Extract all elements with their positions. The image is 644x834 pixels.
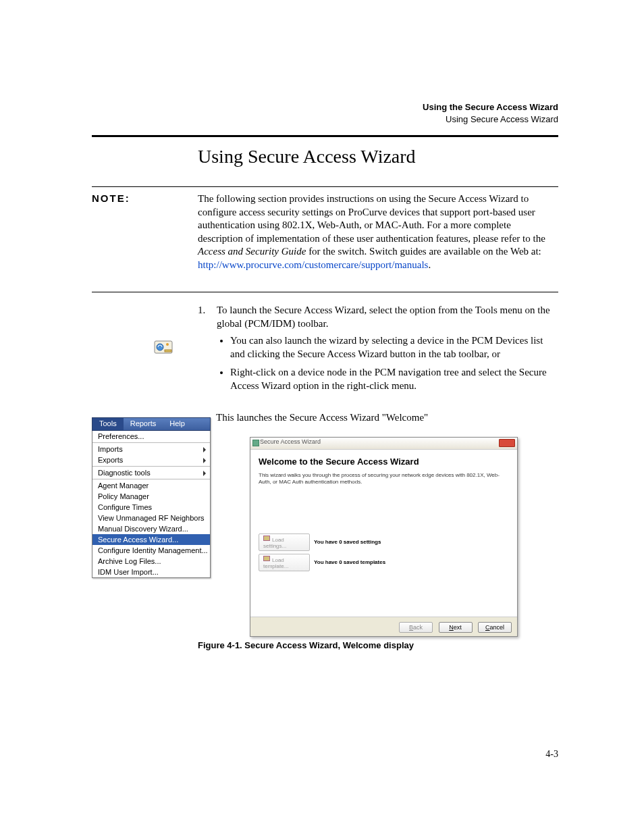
rule-note-bottom bbox=[92, 292, 558, 292]
menu-item[interactable]: Policy Manager bbox=[92, 491, 210, 502]
menu-item[interactable]: Archive Log Files... bbox=[92, 556, 210, 567]
secure-access-wizard-icon bbox=[154, 340, 173, 357]
step-number: 1. bbox=[198, 304, 217, 398]
step-bullet: You can also launch the wizard by select… bbox=[230, 334, 558, 361]
note-label: NOTE: bbox=[92, 192, 130, 204]
menu-item[interactable]: IDM User Import... bbox=[92, 567, 210, 577]
wizard-heading: Welcome to the Secure Access Wizard bbox=[259, 457, 509, 467]
section-title: Using Secure Access Wizard bbox=[198, 146, 416, 167]
instructions: 1. To launch the Secure Access Wizard, s… bbox=[198, 304, 558, 403]
launch-line: This launches the Secure Access Wizard "… bbox=[216, 412, 428, 423]
tools-menu: Tools Reports Help Preferences...Imports… bbox=[92, 417, 211, 578]
load-template-button[interactable]: Load template... bbox=[259, 554, 310, 571]
step-text: To launch the Secure Access Wizard, sele… bbox=[217, 305, 550, 329]
note-link[interactable]: http://www.procurve.com/customercare/sup… bbox=[198, 259, 428, 270]
next-button[interactable]: Next bbox=[439, 622, 473, 633]
page-number: 4-3 bbox=[545, 749, 558, 760]
wizard-description: This wizard walks you through the proces… bbox=[259, 472, 509, 486]
menu-item[interactable]: Configure Times bbox=[92, 502, 210, 513]
menu-item[interactable]: Preferences... bbox=[92, 431, 210, 442]
figure-caption: Figure 4-1. Secure Access Wizard, Welcom… bbox=[198, 640, 414, 650]
tools-dropdown: Preferences...ImportsExportsDiagnostic t… bbox=[92, 431, 211, 578]
menubar-tools[interactable]: Tools bbox=[92, 418, 124, 430]
menu-item[interactable]: Secure Access Wizard... bbox=[92, 534, 210, 545]
menubar: Tools Reports Help bbox=[92, 417, 211, 431]
saved-settings-msg: You have 0 saved settings bbox=[314, 539, 381, 545]
dialog-title: Secure Access Wizard bbox=[260, 438, 321, 445]
cancel-button[interactable]: Cancel bbox=[478, 622, 512, 633]
note-text-end: . bbox=[428, 259, 431, 270]
rule-note-top bbox=[92, 186, 558, 187]
svg-rect-2 bbox=[165, 350, 171, 352]
note-text-pre: The following section provides instructi… bbox=[198, 193, 545, 244]
menu-item[interactable]: View Unmanaged RF Neighbors bbox=[92, 513, 210, 523]
header-sub: Using Secure Access Wizard bbox=[423, 113, 558, 126]
menu-item[interactable]: Agent Manager bbox=[92, 480, 210, 491]
menu-item[interactable]: Diagnostic tools bbox=[92, 467, 210, 478]
secure-access-wizard-dialog: Secure Access Wizard Welcome to the Secu… bbox=[250, 437, 518, 637]
header-bold: Using the Secure Access Wizard bbox=[423, 101, 558, 113]
menubar-help[interactable]: Help bbox=[163, 418, 192, 430]
dialog-icon bbox=[252, 440, 259, 446]
menu-item[interactable]: Exports bbox=[92, 454, 210, 465]
menu-item[interactable]: Imports bbox=[92, 444, 210, 454]
menu-item[interactable]: Manual Discovery Wizard... bbox=[92, 523, 210, 534]
menu-item[interactable]: Configure Identity Management... bbox=[92, 545, 210, 556]
note-text-em: Access and Security Guide bbox=[198, 246, 306, 257]
back-button: Back bbox=[399, 622, 433, 633]
note-body: The following section provides instructi… bbox=[198, 192, 558, 271]
menubar-reports[interactable]: Reports bbox=[124, 418, 163, 430]
rule-top bbox=[92, 135, 558, 137]
close-icon[interactable] bbox=[499, 439, 515, 447]
saved-templates-msg: You have 0 saved templates bbox=[314, 559, 385, 565]
note-text-post: for the switch. Switch guides are availa… bbox=[306, 246, 541, 257]
page-header: Using the Secure Access Wizard Using Sec… bbox=[423, 101, 558, 125]
svg-point-3 bbox=[166, 343, 169, 346]
load-settings-button[interactable]: Load settings... bbox=[259, 533, 310, 551]
dialog-titlebar: Secure Access Wizard bbox=[250, 438, 517, 450]
step-bullet: Right-click on a device node in the PCM … bbox=[230, 366, 558, 392]
